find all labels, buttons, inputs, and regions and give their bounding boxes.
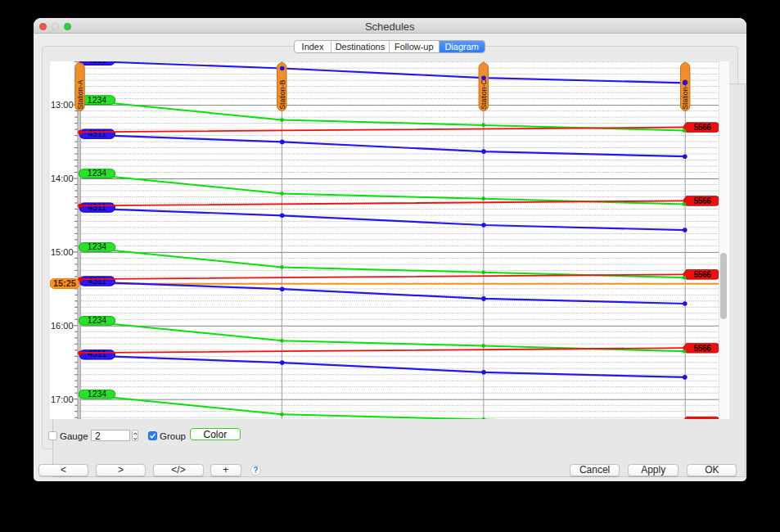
svg-text:5566: 5566 [693, 196, 711, 205]
svg-text:5566: 5566 [693, 270, 711, 279]
svg-text:Station-A: Station-A [76, 80, 84, 110]
svg-text:1234: 1234 [88, 169, 107, 178]
svg-text:1234: 1234 [88, 389, 107, 399]
svg-text:4311: 4311 [88, 276, 106, 286]
svg-text:1234: 1234 [88, 242, 107, 252]
svg-text:16:00: 16:00 [51, 321, 74, 331]
svg-text:13:00: 13:00 [51, 100, 74, 110]
svg-text:17:00: 17:00 [51, 394, 74, 404]
svg-text:5566: 5566 [693, 123, 711, 132]
svg-text:4311: 4311 [88, 202, 106, 212]
svg-text:4311: 4311 [88, 349, 106, 359]
svg-text:1234: 1234 [88, 95, 107, 105]
svg-text:5566: 5566 [693, 344, 711, 353]
svg-text:15:00: 15:00 [51, 247, 74, 257]
svg-text:14:00: 14:00 [51, 174, 74, 183]
svg-text:4311: 4311 [88, 61, 106, 65]
svg-text:4311: 4311 [88, 128, 106, 138]
svg-text:15:25: 15:25 [53, 278, 76, 288]
svg-text:Station-C: Station-C [480, 79, 488, 110]
svg-text:1234: 1234 [88, 315, 107, 325]
svg-text:Station-B: Station-B [278, 80, 286, 110]
